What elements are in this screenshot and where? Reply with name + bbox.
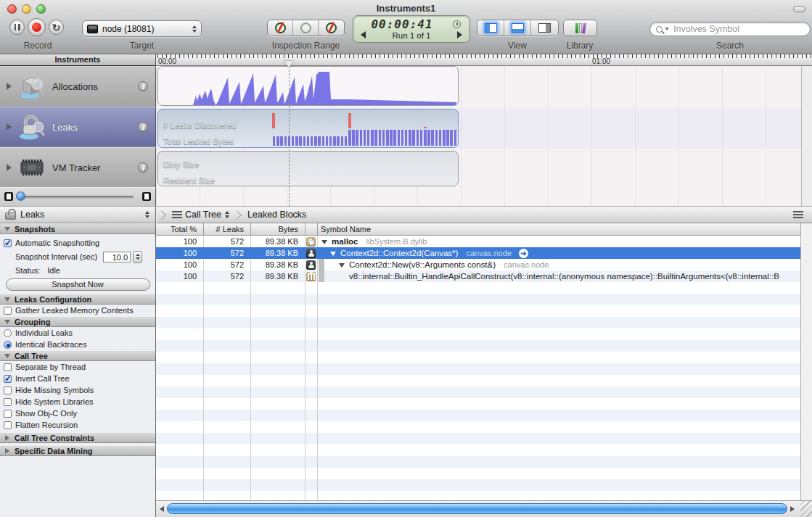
collapse-triangle-icon[interactable]	[330, 252, 336, 256]
table-row[interactable]: 100 572 89.38 KB Context2d::New(v8::Argu…	[156, 259, 800, 270]
section-call-tree[interactable]: Call Tree	[0, 350, 155, 361]
horizontal-scrollbar-thumb[interactable]	[167, 503, 787, 514]
library-button[interactable]	[563, 20, 597, 36]
section-snapshots[interactable]: Snapshots	[0, 223, 155, 234]
search-input[interactable]: Involves Symbol	[649, 22, 811, 36]
inspector-panel: Snapshots Automatic Snapshotting Snapsho…	[0, 223, 156, 517]
leak-discovery-marker-small	[424, 127, 427, 128]
view-right-pane-button[interactable]	[531, 20, 558, 36]
gear-icon	[306, 237, 316, 247]
identical-backtraces-option[interactable]: Identical Backtraces	[0, 339, 155, 350]
interval-stepper[interactable]	[133, 251, 142, 263]
playhead-marker[interactable]	[284, 61, 294, 67]
checkbox-checked-icon[interactable]	[4, 375, 12, 383]
table-options-icon[interactable]	[793, 211, 803, 218]
collapse-triangle-icon[interactable]	[339, 263, 345, 268]
view-bottom-pane-button[interactable]	[504, 20, 531, 36]
invert-call-tree-option[interactable]: Invert Call Tree	[0, 373, 155, 384]
radio-icon[interactable]	[4, 329, 12, 337]
section-leaks-configuration[interactable]: Leaks Configuration	[0, 294, 155, 305]
leaks-track[interactable]: # Leaks Discovered Total Leaked Bytes	[157, 109, 459, 148]
next-run-button[interactable]	[457, 31, 462, 38]
zoom-out-icon[interactable]	[4, 192, 13, 201]
radio-selected-icon[interactable]	[4, 341, 12, 349]
sidebar-item-allocations[interactable]: Allocations i	[0, 66, 156, 107]
toolbar: Instruments1 ↻ Record node (18081) Targe…	[0, 0, 812, 54]
flatten-recursion-option[interactable]: Flatten Recursion	[0, 419, 155, 431]
table-header: Total % # Leaks Bytes Symbol Name	[156, 223, 812, 236]
zoom-in-icon[interactable]	[142, 192, 151, 201]
search-placeholder: Involves Symbol	[671, 24, 739, 34]
rerecord-button[interactable]: ↻	[49, 20, 64, 35]
allocations-icon	[17, 73, 46, 100]
checkbox-icon[interactable]	[4, 398, 12, 406]
checkbox-icon[interactable]	[4, 307, 12, 315]
checkbox-icon[interactable]	[4, 386, 12, 394]
disclosure-triangle-icon[interactable]	[7, 123, 12, 131]
info-button[interactable]: i	[138, 122, 148, 132]
info-button[interactable]: i	[138, 162, 148, 173]
separate-by-thread-option[interactable]: Separate by Thread	[0, 361, 155, 373]
horizontal-scrollbar[interactable]	[156, 500, 812, 517]
vm-tracker-track[interactable]: Dirty Size Resident Size	[157, 151, 459, 186]
resize-grip[interactable]	[800, 501, 812, 517]
zoom-slider-thumb[interactable]	[16, 191, 25, 201]
stopwatch-mid-icon	[300, 22, 311, 33]
focus-arrow-icon[interactable]: ➔	[519, 249, 528, 258]
checkbox-icon[interactable]	[4, 363, 12, 371]
timeline-ruler[interactable]: 00:00 01:00	[156, 54, 812, 66]
column-bytes[interactable]: Bytes	[250, 225, 298, 233]
column-num-leaks[interactable]: # Leaks	[203, 225, 244, 233]
vm-track-label-2: Resident Size	[163, 176, 215, 185]
section-collapse-icon	[4, 354, 10, 358]
table-row[interactable]: 100 572 89.38 KB malloc libSystem.B.dyli…	[156, 236, 800, 247]
checkbox-icon[interactable]	[4, 421, 12, 429]
inspection-view-button[interactable]	[293, 20, 319, 36]
table-row[interactable]: 100 572 89.38 KB v8::internal::Builtin_H…	[156, 270, 800, 282]
leaks-icon	[17, 113, 46, 141]
toolbar-toggle-lozenge[interactable]	[793, 6, 805, 12]
record-button[interactable]	[28, 18, 46, 36]
disclosure-triangle-icon[interactable]	[7, 83, 12, 90]
inspection-end-button[interactable]	[319, 20, 344, 36]
table-row-selected[interactable]: 100 572 89.38 KB Context2d::Context2d(Ca…	[156, 247, 800, 259]
detail-view-selector[interactable]: Leaks	[0, 206, 156, 223]
collapse-triangle-icon[interactable]	[321, 240, 327, 244]
right-pane-icon	[538, 23, 551, 33]
section-call-tree-constraints[interactable]: Call Tree Constraints	[0, 432, 155, 443]
pause-button[interactable]	[9, 20, 25, 35]
vm-track-label-1: Dirty Size	[163, 160, 199, 169]
breadcrumb-call-tree[interactable]: Call Tree	[185, 210, 229, 220]
disclosure-triangle-icon[interactable]	[7, 164, 12, 171]
scroll-left-arrow-icon[interactable]	[160, 506, 164, 512]
snapshot-interval-input[interactable]: 10.0	[103, 252, 131, 262]
show-objc-only-option[interactable]: Show Obj-C Only	[0, 408, 155, 419]
view-left-pane-button[interactable]	[477, 20, 504, 36]
leaked-bytes-bars	[273, 136, 348, 146]
target-dropdown[interactable]: node (18081)	[82, 20, 202, 37]
info-button[interactable]: i	[138, 81, 148, 91]
auto-snapshotting-option[interactable]: Automatic Snapshotting	[0, 237, 155, 249]
snapshot-now-button[interactable]: Snapshot Now	[6, 278, 150, 291]
zoom-slider[interactable]	[17, 196, 134, 199]
breadcrumb-leaked-blocks[interactable]: Leaked Blocks	[247, 210, 306, 220]
column-total-percent[interactable]: Total %	[156, 225, 197, 233]
instrument-name: VM Tracker	[52, 162, 138, 173]
list-menu-icon[interactable]	[172, 211, 182, 218]
column-symbol-name[interactable]: Symbol Name	[321, 225, 371, 233]
sidebar-item-vm-tracker[interactable]: VM Tracker i	[0, 147, 156, 188]
sidebar-item-leaks[interactable]: Leaks i	[0, 107, 156, 147]
hide-system-libraries-option[interactable]: Hide System Libraries	[0, 396, 155, 408]
track-scrollbar[interactable]	[801, 66, 812, 206]
checkbox-checked-icon[interactable]	[4, 239, 12, 247]
individual-leaks-option[interactable]: Individual Leaks	[0, 327, 155, 339]
allocations-track[interactable]	[157, 66, 459, 106]
gather-leaked-memory-option[interactable]: Gather Leaked Memory Contents	[0, 305, 155, 316]
checkbox-icon[interactable]	[4, 410, 12, 418]
inspection-start-button[interactable]	[268, 20, 293, 36]
hide-missing-symbols-option[interactable]: Hide Missing Symbols	[0, 384, 155, 396]
section-grouping[interactable]: Grouping	[0, 316, 155, 327]
section-specific-data-mining[interactable]: Specific Data Mining	[0, 445, 155, 456]
table-vertical-scrollbar[interactable]	[800, 223, 812, 500]
scroll-right-arrow-icon[interactable]	[790, 506, 795, 512]
